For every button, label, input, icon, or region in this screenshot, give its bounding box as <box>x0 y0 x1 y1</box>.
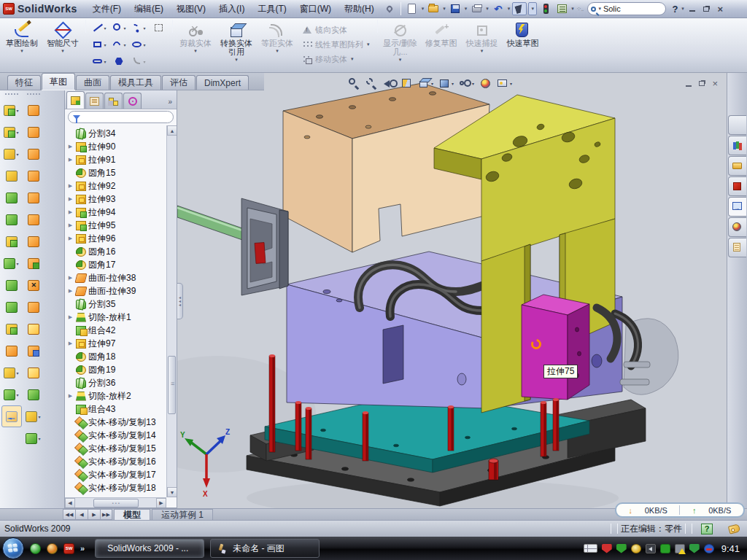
network-warning-icon[interactable] <box>675 544 685 553</box>
chevron-down-icon[interactable]: ▾ <box>16 152 18 157</box>
input-method-icon[interactable] <box>584 544 597 553</box>
solidworks-shortcut-icon[interactable]: SW <box>63 543 74 554</box>
task-button[interactable]: 未命名 - 画图 <box>210 539 320 558</box>
part-insert-block[interactable] <box>522 295 589 400</box>
surface-tool-button[interactable]: ▾ <box>23 274 44 296</box>
toolbar-button[interactable]: 转换实体引用 ▾ <box>216 20 257 69</box>
rebuild-button[interactable] <box>538 2 553 15</box>
scrollbar-thumb[interactable] <box>93 499 139 508</box>
chevron-down-icon[interactable]: ▾ <box>508 6 511 12</box>
expand-arrow-icon[interactable]: ▶ <box>67 144 74 149</box>
chevron-down-icon[interactable]: ▾ <box>194 48 197 54</box>
save-button[interactable] <box>448 2 462 15</box>
feature-tool-button[interactable]: ▾ <box>1 340 22 362</box>
tree-item[interactable]: ▶ 切除-放样1 <box>67 311 166 324</box>
view-tool-button[interactable]: ▾ <box>479 77 492 90</box>
task-pane-tab[interactable] <box>728 217 746 237</box>
feature-tool-button[interactable]: ▾ <box>1 99 22 121</box>
feature-tool-button[interactable]: ▾ <box>1 405 22 427</box>
chevron-down-icon[interactable]: ▾ <box>367 42 370 47</box>
scroll-right-icon[interactable]: ▶ <box>156 498 166 508</box>
toolbar-grip[interactable] <box>27 93 40 96</box>
chevron-down-icon[interactable]: ▾ <box>104 42 106 47</box>
view-tool-button[interactable]: ▾ <box>365 77 378 90</box>
media-icon[interactable] <box>47 543 58 554</box>
start-button[interactable] <box>2 537 24 559</box>
surface-tool-button[interactable]: ▾ <box>23 384 44 405</box>
graphics-viewport[interactable]: Y Z X ▾ ▾ ▾ ▾ <box>177 73 727 508</box>
chevron-down-icon[interactable]: ▾ <box>16 130 18 135</box>
toolbar-grip[interactable] <box>5 93 18 96</box>
tab-configuration-manager[interactable] <box>104 93 123 109</box>
quick-tips-button[interactable]: ? <box>701 524 713 534</box>
menu-item[interactable]: 编辑(E) <box>128 1 170 18</box>
tree-item[interactable]: ▶ 圆角16 <box>67 245 166 258</box>
chevron-down-icon[interactable]: ▾ <box>399 57 402 63</box>
doc-restore-button[interactable] <box>699 81 705 86</box>
surface-tool-button[interactable]: ▾ <box>23 230 44 252</box>
chevron-down-icon[interactable]: ▾ <box>510 81 512 86</box>
tree-item[interactable]: ▶ 圆角15 <box>67 166 166 179</box>
security-alert-icon[interactable] <box>602 544 612 553</box>
chevron-down-icon[interactable]: ▾ <box>20 48 23 54</box>
doc-minimize-button[interactable] <box>686 85 692 87</box>
sketch-entity-button[interactable]: ▾ <box>149 20 169 36</box>
task-pane-tab[interactable] <box>728 115 746 135</box>
open-button[interactable] <box>426 2 441 15</box>
view-tool-button[interactable]: ▾ <box>459 77 474 90</box>
menu-item[interactable]: 插入(I) <box>212 1 251 18</box>
surface-tool-button[interactable]: ▾ <box>23 362 44 384</box>
toolbar-button[interactable]: 显示/删除几... ▾ <box>380 20 421 69</box>
command-tab[interactable]: 草图 <box>42 73 75 90</box>
tree-item[interactable]: ▶ 圆角17 <box>67 258 166 271</box>
help-button[interactable]: ? <box>670 4 679 15</box>
new-document-button[interactable] <box>405 2 419 15</box>
expand-arrow-icon[interactable]: ▶ <box>67 209 74 215</box>
chevron-down-icon[interactable]: ▾ <box>16 370 18 376</box>
chevron-down-icon[interactable]: ▾ <box>443 6 446 12</box>
view-tool-button[interactable]: ▾ <box>348 77 360 90</box>
expand-arrow-icon[interactable]: ▶ <box>67 157 74 163</box>
surface-tool-button[interactable]: ▾ <box>23 252 44 274</box>
feature-tool-button[interactable]: ▾ <box>1 252 22 274</box>
task-pane-tab[interactable] <box>728 238 746 257</box>
sketch-entity-button[interactable]: ▾ <box>90 36 109 53</box>
chevron-down-icon[interactable]: ▾ <box>235 57 238 63</box>
menu-item[interactable]: 工具(T) <box>251 1 293 18</box>
view-tool-button[interactable]: ▾ <box>383 77 395 90</box>
tag-icon[interactable] <box>728 524 740 534</box>
surface-tool-button[interactable]: ▾ <box>23 296 44 318</box>
chevron-down-icon[interactable]: ▾ <box>598 6 601 12</box>
toolbar-button[interactable]: 镜向实体 ▾ <box>301 23 372 36</box>
tab-dimxpert-manager[interactable] <box>123 93 142 109</box>
menu-item[interactable]: 文件(F) <box>86 1 128 18</box>
chevron-down-icon[interactable]: ▾ <box>143 42 145 47</box>
tree-item[interactable]: ▶ 实体-移动/复制15 <box>67 442 166 455</box>
sketch-entity-button[interactable]: ▾ <box>149 53 169 70</box>
scrollbar-thumb[interactable] <box>168 356 176 414</box>
close-button[interactable]: × <box>714 4 727 15</box>
blocked-icon[interactable] <box>704 544 714 553</box>
chevron-down-icon[interactable]: ▾ <box>681 6 684 12</box>
tree-filter-input[interactable] <box>68 111 174 123</box>
expand-arrow-icon[interactable]: ▶ <box>67 393 74 399</box>
sketch-entity-button[interactable]: ▾ <box>109 20 129 36</box>
badge-icon[interactable] <box>631 544 641 553</box>
sketch-entity-button[interactable]: ▾ <box>149 36 169 53</box>
tree-item[interactable]: ▶ 实体-移动/复制14 <box>67 429 166 442</box>
scroll-down-icon[interactable]: ▼ <box>167 487 177 497</box>
tree-item[interactable]: ▶ 分割35 <box>67 298 166 311</box>
task-pane-tab[interactable] <box>728 176 746 196</box>
chevron-down-icon[interactable]: ▾ <box>143 26 145 31</box>
search-input[interactable]: Solic <box>603 4 621 13</box>
tree-item[interactable]: ▶ 圆角19 <box>67 363 166 376</box>
tree-item[interactable]: ▶ 实体-移动/复制18 <box>67 481 166 494</box>
options-button[interactable] <box>554 2 569 15</box>
doc-close-button[interactable]: × <box>712 79 718 88</box>
surface-tool-button[interactable]: ▾ <box>23 318 44 340</box>
menu-item[interactable]: 帮助(H) <box>338 1 381 18</box>
pin-icon[interactable] <box>382 2 397 15</box>
chevron-down-icon[interactable]: ▾ <box>123 42 125 47</box>
tree-item[interactable]: ▶ 拉伸92 <box>67 179 166 192</box>
chevron-down-icon[interactable]: ▾ <box>38 436 40 441</box>
